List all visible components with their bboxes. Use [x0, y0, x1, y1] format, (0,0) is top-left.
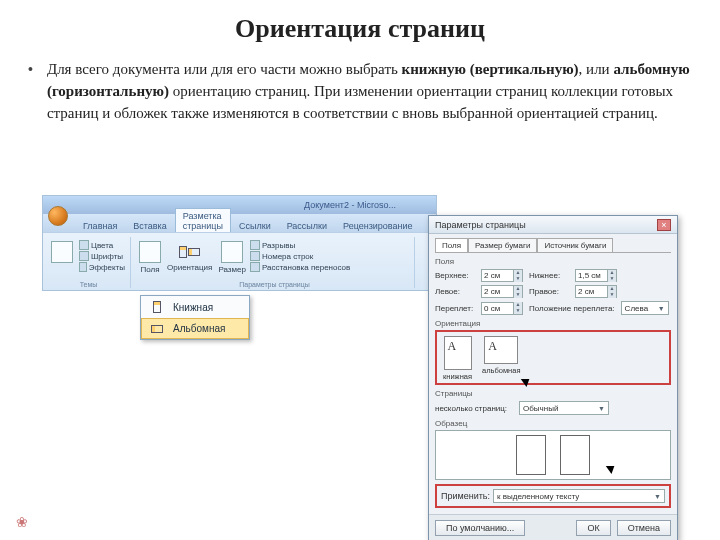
- bullet-dot: •: [28, 58, 33, 80]
- ok-button[interactable]: ОК: [576, 520, 610, 536]
- tab-home[interactable]: Главная: [75, 218, 125, 232]
- page-setup-dialog: Параметры страницы × Поля Размер бумаги …: [428, 215, 678, 540]
- dialog-button-row: По умолчанию... ОК Отмена: [429, 514, 677, 540]
- input-bottom[interactable]: 1,5 см▲▼: [575, 269, 617, 282]
- apply-to-row: Применить: к выделенному тексту▼: [435, 484, 671, 508]
- effects-button[interactable]: Эффекты: [79, 262, 125, 272]
- input-right[interactable]: 2 см▲▼: [575, 285, 617, 298]
- label-top: Верхнее:: [435, 271, 475, 280]
- default-button[interactable]: По умолчанию...: [435, 520, 525, 536]
- portrait-icon: [147, 301, 167, 313]
- input-left[interactable]: 2 см▲▼: [481, 285, 523, 298]
- dialog-orientation-portrait[interactable]: книжная: [443, 336, 472, 381]
- margins-section-label: Поля: [435, 257, 671, 266]
- cancel-button[interactable]: Отмена: [617, 520, 671, 536]
- landscape-thumb-icon: [484, 336, 518, 364]
- size-button[interactable]: Размер: [216, 239, 248, 276]
- size-icon: [221, 241, 243, 263]
- preview-page-icon: [516, 435, 546, 475]
- portrait-label: Книжная: [173, 302, 213, 313]
- label-right: Правое:: [529, 287, 569, 296]
- dialog-title: Параметры страницы: [435, 220, 526, 230]
- orientation-section-label: Ориентация: [435, 319, 671, 328]
- dialog-tabs: Поля Размер бумаги Источник бумаги: [435, 238, 671, 253]
- themes-button[interactable]: [49, 239, 75, 267]
- fonts-icon: [79, 251, 89, 261]
- orientation-icon: [179, 241, 201, 263]
- office-button[interactable]: [48, 206, 68, 226]
- dialog-tab-source[interactable]: Источник бумаги: [537, 238, 613, 252]
- tab-insert[interactable]: Вставка: [125, 218, 174, 232]
- dialog-orientation-landscape[interactable]: альбомная: [482, 336, 520, 381]
- word-window: Документ2 - Microso... Главная Вставка Р…: [42, 195, 437, 291]
- label-gutter: Переплет:: [435, 304, 475, 313]
- orientation-portrait-item[interactable]: Книжная: [141, 296, 249, 318]
- combo-apply-to[interactable]: к выделенному тексту▼: [493, 489, 665, 503]
- flower-decoration-icon: ❀: [16, 514, 28, 530]
- input-gutter[interactable]: 0 см▲▼: [481, 302, 523, 315]
- para-mid: , или: [579, 61, 614, 77]
- effects-icon: [79, 262, 87, 272]
- slide-paragraph: Для всего документа или для его части мо…: [47, 58, 692, 124]
- ribbon-tabs: Главная Вставка Разметка страницы Ссылки…: [43, 214, 436, 232]
- ribbon-group-pagesetup: Поля Ориентация Размер Разрывы Номера ст…: [135, 237, 415, 288]
- hyphenation-button[interactable]: Расстановка переносов: [250, 262, 409, 272]
- group-label-pagesetup: Параметры страницы: [135, 281, 414, 288]
- label-multiple-pages: несколько страниц:: [435, 404, 513, 413]
- tab-review[interactable]: Рецензирование: [335, 218, 421, 232]
- preview-section-label: Образец: [435, 419, 671, 428]
- colors-icon: [79, 240, 89, 250]
- group-label-themes: Темы: [47, 281, 130, 288]
- portrait-thumb-icon: [444, 336, 472, 370]
- document-title: Документ2 - Microso...: [304, 200, 396, 210]
- dialog-titlebar: Параметры страницы ×: [429, 216, 677, 234]
- label-left: Левое:: [435, 287, 475, 296]
- word-titlebar: Документ2 - Microso...: [43, 196, 436, 214]
- orientation-group: книжная альбомная: [435, 330, 671, 385]
- colors-button[interactable]: Цвета: [79, 240, 125, 250]
- orientation-landscape-item[interactable]: Альбомная: [141, 318, 249, 339]
- orientation-dropdown: Книжная Альбомная: [140, 295, 250, 340]
- slide-title: Ориентация страниц: [0, 14, 720, 44]
- themes-icon: [51, 241, 73, 263]
- para-bold-1: книжную (вертикальную): [402, 61, 579, 77]
- breaks-icon: [250, 240, 260, 250]
- ribbon: Цвета Шрифты Эффекты Темы Поля Ориентаци…: [43, 232, 436, 290]
- margins-icon: [139, 241, 161, 263]
- pages-section-label: Страницы: [435, 389, 671, 398]
- linenumbers-icon: [250, 251, 260, 261]
- hyphenation-icon: [250, 262, 260, 272]
- para-pre: Для всего документа или для его части мо…: [47, 61, 402, 77]
- linenumbers-button[interactable]: Номера строк: [250, 251, 409, 261]
- fonts-button[interactable]: Шрифты: [79, 251, 125, 261]
- slide-bullet: • Для всего документа или для его части …: [28, 58, 692, 124]
- landscape-icon: [147, 325, 167, 333]
- tab-pagelayout[interactable]: Разметка страницы: [175, 208, 231, 232]
- label-bottom: Нижнее:: [529, 271, 569, 280]
- combo-multiple-pages[interactable]: Обычный▼: [519, 401, 609, 415]
- dialog-tab-paper[interactable]: Размер бумаги: [468, 238, 537, 252]
- dialog-close-button[interactable]: ×: [657, 219, 671, 231]
- combo-gutter-pos[interactable]: Слева▼: [621, 301, 669, 315]
- tab-references[interactable]: Ссылки: [231, 218, 279, 232]
- preview-page-icon: [560, 435, 590, 475]
- label-gutter-pos: Положение переплета:: [529, 304, 615, 313]
- preview-area: [435, 430, 671, 480]
- tab-mailings[interactable]: Рассылки: [279, 218, 335, 232]
- ribbon-group-themes: Цвета Шрифты Эффекты Темы: [47, 237, 131, 288]
- orientation-button[interactable]: Ориентация: [165, 239, 214, 276]
- breaks-button[interactable]: Разрывы: [250, 240, 409, 250]
- dialog-tab-margins[interactable]: Поля: [435, 238, 468, 252]
- margins-button[interactable]: Поля: [137, 239, 163, 276]
- input-top[interactable]: 2 см▲▼: [481, 269, 523, 282]
- landscape-label: Альбомная: [173, 323, 225, 334]
- label-apply-to: Применить:: [441, 491, 489, 501]
